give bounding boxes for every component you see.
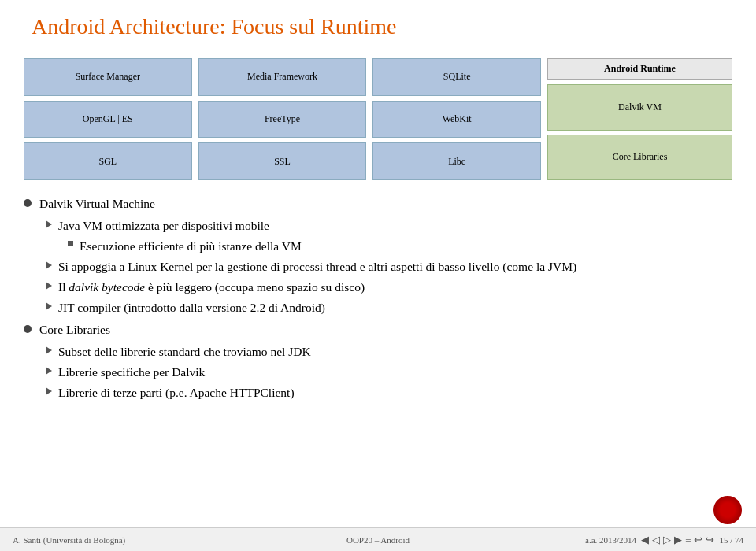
bullet-java-vm-text: Java VM ottimizzata per dispositivi mobi… [58, 216, 269, 235]
box-ssl: SSL [198, 142, 367, 180]
sq-icon-1 [68, 241, 73, 246]
nav-menu[interactable]: ≡ [685, 534, 691, 546]
nav-forward[interactable]: ↪ [706, 534, 714, 546]
bullet-subset: Subset delle librerie standard che trovi… [46, 342, 724, 361]
bullet-esecuzione: Esecuzione efficiente di più istanze del… [68, 237, 724, 256]
arch-col-3: SQLite WebKit Libc [372, 58, 541, 180]
bullet-jit-text: JIT compiler (introdotto dalla versione … [58, 298, 325, 317]
arch-col-runtime: Android Runtime Dalvik VM Core Libraries [547, 58, 732, 180]
box-dalvik-vm: Dalvik VM [547, 84, 732, 131]
android-runtime-header: Android Runtime [547, 58, 732, 80]
nav-first[interactable]: ◀ [641, 534, 649, 546]
tri-icon-1 [46, 220, 52, 228]
bullet-dalvik-vm-text: Dalvik Virtual Machine [39, 194, 155, 213]
box-webkit: WebKit [372, 101, 541, 139]
footer-date: a.a. 2013/2014 [585, 535, 636, 545]
nav-prev[interactable]: ◁ [652, 534, 660, 546]
bullet-librerie-terze: Librerie di terze parti (p.e. Apache HTT… [46, 383, 724, 402]
content-area: Dalvik Virtual Machine Java VM ottimizza… [0, 194, 756, 402]
nav-back[interactable]: ↩ [694, 534, 702, 546]
slide-title: Android Architecture: Focus sul Runtime [0, 0, 756, 47]
bullet-core-libraries-text: Core Libraries [39, 320, 110, 339]
bullet-librerie-terze-text: Librerie di terze parti (p.e. Apache HTT… [58, 383, 295, 402]
bologna-logo [713, 496, 742, 524]
box-freetype: FreeType [198, 101, 367, 139]
arch-col-1: Surface Manager OpenGL | ES SGL [24, 58, 192, 180]
tri-icon-2 [46, 261, 52, 269]
bullet-bytecode: Il dalvik bytecode è più leggero (occupa… [46, 278, 724, 297]
footer-center: OOP20 – Android [256, 535, 499, 545]
bullet-core-libraries: Core Libraries [24, 320, 724, 339]
tri-icon-5 [46, 346, 52, 354]
footer-right: a.a. 2013/2014 ◀ ◁ ▷ ▶ ≡ ↩ ↪ 15 / 74 [500, 534, 743, 546]
box-surface-manager: Surface Manager [24, 58, 192, 96]
nav-last[interactable]: ▶ [674, 534, 682, 546]
bullet-dot-2 [24, 325, 32, 333]
box-sqlite: SQLite [372, 58, 541, 96]
runtime-inner: Dalvik VM Core Libraries [547, 84, 732, 180]
tri-icon-3 [46, 282, 52, 290]
arch-diagram: Surface Manager OpenGL | ES SGL Media Fr… [24, 58, 732, 180]
bullet-java-vm: Java VM ottimizzata per dispositivi mobi… [46, 216, 724, 235]
bullet-dot-1 [24, 199, 32, 207]
box-core-libraries: Core Libraries [547, 135, 732, 181]
nav-next[interactable]: ▷ [663, 534, 671, 546]
bullet-appoggia: Si appoggia a Linux Kernel per la gestio… [46, 257, 724, 276]
arch-col-2: Media Framework FreeType SSL [198, 58, 367, 180]
footer: A. Santi (Università di Bologna) OOP20 –… [0, 527, 756, 551]
box-opengl-es: OpenGL | ES [24, 101, 192, 139]
bullet-esecuzione-text: Esecuzione efficiente di più istanze del… [80, 237, 302, 256]
box-media-framework: Media Framework [198, 58, 367, 96]
bullet-jit: JIT compiler (introdotto dalla versione … [46, 298, 724, 317]
bullet-subset-text: Subset delle librerie standard che trovi… [58, 342, 311, 361]
box-sgl: SGL [24, 142, 192, 180]
footer-left: A. Santi (Università di Bologna) [13, 535, 256, 545]
bullet-dalvik-vm: Dalvik Virtual Machine [24, 194, 724, 213]
box-libc: Libc [372, 142, 541, 180]
bullet-appoggia-text: Si appoggia a Linux Kernel per la gestio… [58, 257, 576, 276]
bullet-librerie-dalvik-text: Librerie specifiche per Dalvik [58, 363, 205, 382]
nav-icons: ◀ ◁ ▷ ▶ ≡ ↩ ↪ [641, 534, 714, 546]
tri-icon-7 [46, 387, 52, 395]
bullet-bytecode-text: Il dalvik bytecode è più leggero (occupa… [58, 278, 365, 297]
italic-bytecode: dalvik bytecode [69, 280, 145, 294]
footer-page: 15 / 74 [719, 535, 743, 545]
tri-icon-4 [46, 302, 52, 310]
bullet-librerie-dalvik: Librerie specifiche per Dalvik [46, 363, 724, 382]
tri-icon-6 [46, 367, 52, 375]
